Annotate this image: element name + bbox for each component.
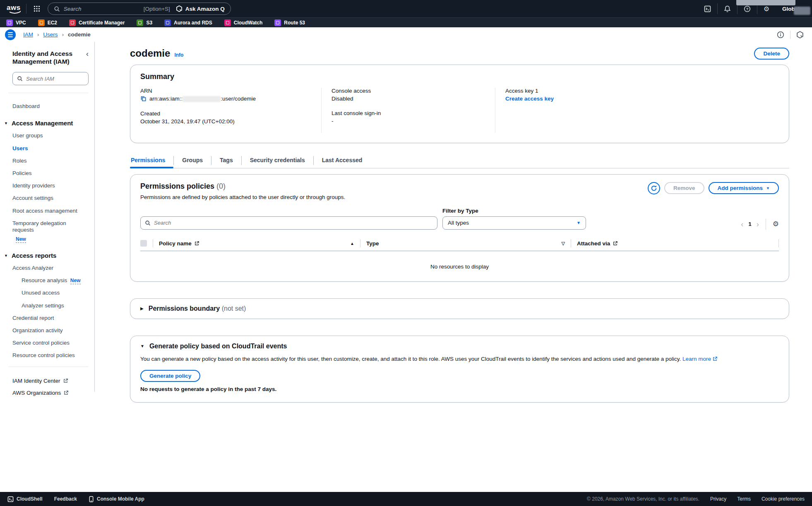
sidebar-item-account-settings[interactable]: Account settings bbox=[12, 195, 89, 201]
sidebar-item-unused-access[interactable]: Unused access bbox=[22, 290, 89, 296]
sidebar-link-aws-organizations[interactable]: AWS Organizations bbox=[12, 390, 89, 396]
sidebar-item-dashboard[interactable]: Dashboard bbox=[12, 103, 89, 110]
sidebar-item-credential-report[interactable]: Credential report bbox=[12, 315, 89, 321]
info-link[interactable]: Info bbox=[174, 52, 183, 58]
remove-button[interactable]: Remove bbox=[664, 182, 704, 194]
external-link-icon bbox=[195, 241, 199, 246]
refresh-button[interactable] bbox=[648, 182, 660, 194]
cloudshell-footer-button[interactable]: CloudShell bbox=[7, 496, 43, 502]
previous-page-button[interactable]: ‹ bbox=[741, 221, 743, 228]
terms-link[interactable]: Terms bbox=[737, 496, 751, 502]
sidebar-item-access-analyzer[interactable]: Access Analyzer bbox=[12, 265, 89, 271]
favorite-certificate-manager[interactable]: Certificate Manager bbox=[69, 19, 125, 26]
favorite-ec2[interactable]: EC2 bbox=[38, 19, 57, 26]
copy-arn-button[interactable] bbox=[140, 96, 147, 102]
policy-search-input[interactable] bbox=[154, 220, 433, 226]
help-button[interactable]: ? bbox=[738, 5, 757, 12]
sidebar-item-policies[interactable]: Policies bbox=[12, 170, 89, 177]
breadcrumb-separator-icon: › bbox=[62, 31, 64, 38]
add-permissions-button[interactable]: Add permissions ▼ bbox=[709, 182, 779, 194]
generate-policy-button[interactable]: Generate policy bbox=[140, 370, 200, 382]
ec2-icon bbox=[38, 19, 45, 26]
sidebar-item-temporary-delegation-requests[interactable]: Temporary delegation requests bbox=[12, 220, 89, 233]
breadcrumb-users[interactable]: Users bbox=[43, 31, 58, 38]
external-link-icon bbox=[713, 357, 717, 361]
favorite-cloudwatch[interactable]: CloudWatch bbox=[224, 19, 263, 26]
search-icon bbox=[54, 6, 60, 12]
privacy-link[interactable]: Privacy bbox=[710, 496, 726, 502]
external-link-icon bbox=[64, 391, 68, 395]
permissions-boundary-card[interactable]: ▶ Permissions boundary (not set) bbox=[130, 298, 789, 319]
favorite-vpc[interactable]: VPC bbox=[6, 19, 26, 26]
tab-tags[interactable]: Tags bbox=[211, 153, 241, 168]
route53-icon bbox=[274, 19, 281, 26]
empty-table-message: No resources to display bbox=[140, 264, 779, 270]
tab-groups[interactable]: Groups bbox=[174, 153, 211, 168]
created-label: Created bbox=[140, 110, 313, 117]
column-type[interactable]: Type ▽ bbox=[360, 240, 571, 247]
amazon-q-panel-button[interactable] bbox=[796, 31, 804, 38]
caret-down-icon: ▼ bbox=[766, 186, 770, 190]
table-settings-icon[interactable]: ⚙ bbox=[773, 220, 779, 228]
sidebar-collapse-button[interactable]: ‹ bbox=[86, 51, 89, 57]
select-all-checkbox[interactable] bbox=[140, 240, 147, 247]
page-number: 1 bbox=[748, 221, 752, 227]
sidebar-item-identity-providers[interactable]: Identity providers bbox=[12, 182, 89, 189]
sidebar-item-roles[interactable]: Roles bbox=[12, 158, 89, 164]
tab-last-accessed[interactable]: Last Accessed bbox=[314, 153, 371, 168]
global-search-input[interactable]: Search [Option+S] Ask Amazon Q bbox=[48, 2, 231, 15]
sidebar-item-user-groups[interactable]: User groups bbox=[12, 132, 89, 139]
cookie-preferences-link[interactable]: Cookie preferences bbox=[762, 496, 805, 502]
favorite-route53[interactable]: Route 53 bbox=[274, 19, 305, 26]
aws-logo[interactable]: aws bbox=[7, 4, 21, 14]
info-panel-button[interactable] bbox=[777, 31, 784, 38]
sidebar-search[interactable] bbox=[12, 72, 89, 85]
sidebar-item-resource-analysis[interactable]: Resource analysis New bbox=[22, 277, 89, 284]
sidebar-search-input[interactable] bbox=[26, 76, 80, 82]
column-attached-via[interactable]: Attached via bbox=[571, 240, 778, 247]
terminal-icon bbox=[7, 496, 14, 502]
column-policy-name[interactable]: Policy name ▲ bbox=[153, 240, 360, 247]
divider bbox=[790, 31, 790, 39]
type-filter-select[interactable]: All types ▼ bbox=[442, 216, 586, 230]
external-link-icon bbox=[63, 379, 68, 383]
sidebar-item-analyzer-settings[interactable]: Analyzer settings bbox=[22, 302, 89, 309]
sidebar-item-root-access-management[interactable]: Root access management bbox=[12, 208, 89, 214]
caret-down-icon: ▼ bbox=[577, 221, 581, 225]
favorite-aurora-rds[interactable]: Aurora and RDS bbox=[164, 19, 212, 26]
summary-card: Summary ARN arn:aws:iam:::user/codemie C bbox=[130, 65, 789, 143]
breadcrumb-bar: IAM › Users › codemie bbox=[0, 27, 812, 42]
sidebar-item-resource-control-policies[interactable]: Resource control policies bbox=[12, 352, 89, 359]
breadcrumb-iam[interactable]: IAM bbox=[23, 31, 33, 38]
sidebar-section-access-reports[interactable]: ▼ Access reports bbox=[4, 252, 89, 259]
favorite-s3[interactable]: S3 bbox=[137, 19, 152, 26]
settings-button[interactable]: ⚙ bbox=[757, 5, 776, 13]
sidebar-item-organization-activity[interactable]: Organization activity bbox=[12, 327, 89, 334]
hamburger-menu-button[interactable] bbox=[5, 29, 16, 40]
notifications-button[interactable] bbox=[718, 5, 737, 12]
ask-amazon-q-button[interactable]: Ask Amazon Q bbox=[176, 5, 225, 12]
rds-icon bbox=[164, 19, 171, 26]
apps-grid-icon bbox=[34, 5, 40, 12]
services-menu-button[interactable] bbox=[32, 4, 42, 14]
sidebar-link-iam-identity-center[interactable]: IAM Identity Center bbox=[12, 378, 89, 384]
feedback-button[interactable]: Feedback bbox=[54, 496, 77, 502]
next-page-button[interactable]: › bbox=[757, 221, 759, 228]
sidebar-item-service-control-policies[interactable]: Service control policies bbox=[12, 340, 89, 346]
tab-permissions[interactable]: Permissions bbox=[130, 153, 173, 168]
sidebar-section-access-management[interactable]: ▼ Access Management bbox=[4, 120, 89, 127]
caret-down-icon: ▼ bbox=[4, 121, 8, 125]
create-access-key-link[interactable]: Create access key bbox=[505, 96, 554, 102]
user-detail-tabs: Permissions Groups Tags Security credent… bbox=[130, 153, 789, 168]
sidebar-item-users[interactable]: Users bbox=[12, 145, 89, 152]
generate-policy-header[interactable]: ▼ Generate policy based on CloudTrail ev… bbox=[140, 343, 779, 350]
delete-user-button[interactable]: Delete bbox=[754, 48, 789, 60]
cloudshell-button[interactable] bbox=[698, 5, 717, 12]
learn-more-link[interactable]: Learn more bbox=[682, 356, 711, 362]
caret-down-icon: ▼ bbox=[4, 254, 8, 258]
console-mobile-app-button[interactable]: Console Mobile App bbox=[89, 496, 144, 502]
filter-by-type-label: Filter by Type bbox=[442, 208, 586, 214]
policy-search[interactable] bbox=[140, 216, 437, 230]
boundary-status: (not set) bbox=[222, 305, 246, 312]
tab-security-credentials[interactable]: Security credentials bbox=[242, 153, 313, 168]
